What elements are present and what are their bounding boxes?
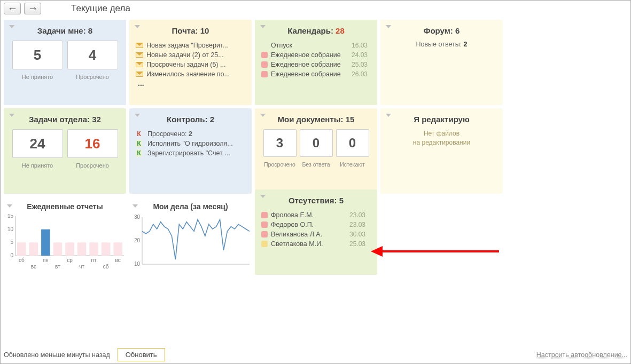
svg-text:5: 5 [10, 239, 13, 245]
tasks-me-overdue[interactable]: 4 [67, 41, 118, 69]
card-editing[interactable]: Я редактирую Нет файловна редактировании [380, 108, 503, 194]
tasks-dept-overdue[interactable]: 16 [67, 129, 118, 158]
control-item[interactable]: КИсполнить "О гидроизоля... [136, 139, 247, 148]
chevron-down-icon[interactable] [260, 195, 266, 198]
mail-item[interactable]: Новая задача "Проверит... [136, 41, 247, 50]
mail-icon [136, 43, 143, 48]
card-mail[interactable]: Почта: 10 Новая задача "Проверит... Новы… [129, 20, 252, 105]
svg-rect-14 [65, 242, 74, 256]
chevron-down-icon[interactable] [386, 25, 391, 28]
control-item[interactable]: КПросрочено: 2 [136, 129, 247, 139]
svg-text:пн: пн [43, 257, 49, 263]
card-header: Контроль: 2 [134, 115, 247, 124]
absence-item[interactable]: Великанова Л.А.30.03 [261, 230, 373, 239]
card-header: Почта: 10 [134, 26, 247, 35]
card-my-documents[interactable]: Мои документы: 15 3 0 0 Просрочено Без о… [255, 108, 377, 194]
caption: Просрочено [67, 162, 118, 169]
color-square-icon [261, 52, 268, 58]
caption: Без ответа [300, 161, 333, 168]
mail-more[interactable]: ... [136, 79, 247, 88]
svg-rect-18 [89, 242, 98, 256]
docs-expiring[interactable]: 0 [336, 129, 369, 157]
refresh-button[interactable]: Обновить [118, 348, 165, 361]
chevron-down-icon[interactable] [9, 25, 14, 28]
chevron-down-icon[interactable] [135, 25, 140, 28]
my-deals-chart: 102030 [129, 214, 252, 272]
caption: Не принято [12, 162, 63, 169]
svg-text:10: 10 [134, 261, 141, 267]
chevron-down-icon[interactable] [386, 114, 391, 117]
calendar-item[interactable]: Ежедневное собрание24.03 [261, 50, 373, 60]
svg-rect-20 [102, 242, 111, 256]
tasks-me-not-accepted[interactable]: 5 [12, 41, 63, 69]
card-absences[interactable]: Отсутствия: 5 Фролова Е.М.23.03 Федоров … [255, 189, 377, 275]
svg-rect-22 [113, 242, 122, 256]
mail-icon [136, 52, 143, 58]
svg-text:вс: вс [115, 257, 121, 263]
svg-text:вт: вт [55, 264, 60, 270]
forward-button[interactable]: 🡒 [24, 3, 41, 14]
chevron-down-icon[interactable] [133, 204, 138, 208]
control-item[interactable]: КЗарегистрировать "Счет ... [136, 148, 247, 158]
card-header: Задачи отдела: 32 [8, 115, 122, 124]
absence-item[interactable]: Федоров О.П.23.03 [261, 220, 373, 230]
svg-text:вс: вс [31, 264, 36, 270]
tasks-dept-not-accepted[interactable]: 24 [12, 129, 63, 158]
chevron-down-icon[interactable] [260, 25, 266, 28]
caption: Просрочено [263, 161, 297, 168]
page-title: Текущие дела [71, 3, 130, 14]
svg-rect-10 [41, 230, 50, 256]
k-icon: К [136, 130, 142, 138]
color-square-icon [261, 231, 268, 238]
card-forum[interactable]: Форум: 6 Новые ответы: 2 [380, 20, 503, 105]
chevron-down-icon[interactable] [7, 204, 12, 208]
calendar-item[interactable]: Отпуск16.03 [261, 41, 373, 50]
forum-new-answers[interactable]: Новые ответы: 2 [385, 41, 498, 48]
chevron-down-icon[interactable] [9, 114, 14, 117]
mail-item[interactable]: Просрочены задачи (5) ... [136, 60, 247, 69]
mail-icon [136, 72, 143, 77]
svg-text:сб: сб [19, 257, 25, 263]
card-header: Задачи мне: 8 [8, 26, 122, 35]
color-square-icon [261, 61, 268, 68]
caption: Просрочено [67, 74, 118, 80]
calendar-item[interactable]: Ежедневное собрание25.03 [261, 60, 373, 69]
absence-item[interactable]: Светлакова М.И.25.03 [261, 239, 373, 249]
card-header: Мои документы: 15 [259, 115, 373, 124]
card-tasks-me[interactable]: Задачи мне: 8 5 4 Не принято Просрочено [4, 20, 126, 105]
svg-text:0: 0 [10, 252, 13, 258]
caption: Не принято [12, 74, 63, 80]
settings-autorefresh-link[interactable]: Настроить автообновление... [536, 351, 627, 359]
editing-empty: Нет файловна редактировании [385, 129, 498, 147]
card-my-deals[interactable]: Мои дела (за месяц) 102030 [129, 200, 252, 275]
chevron-down-icon[interactable] [260, 114, 266, 117]
color-square-icon [261, 221, 268, 228]
svg-text:30: 30 [134, 214, 141, 220]
calendar-item[interactable]: Ежедневное собрание26.03 [261, 69, 373, 79]
daily-reports-chart: 051015сбвспнвтсрчтптсбвс [4, 214, 126, 272]
docs-noanswer[interactable]: 0 [300, 129, 333, 157]
svg-rect-16 [77, 242, 87, 256]
annotation-arrow [371, 248, 499, 255]
svg-text:ср: ср [67, 257, 73, 263]
back-button[interactable]: 🡐 [4, 3, 21, 14]
svg-text:чт: чт [79, 264, 84, 270]
absence-item[interactable]: Фролова Е.М.23.03 [261, 210, 373, 220]
mail-item[interactable]: Новые задачи (2) от 25... [136, 50, 247, 60]
docs-overdue[interactable]: 3 [263, 129, 297, 157]
card-daily-reports[interactable]: Ежедневные отчеты 051015сбвспнвтсрчтптсб… [4, 200, 126, 275]
refresh-status: Обновлено меньше минуты назад [4, 351, 110, 359]
card-header: Мои дела (за месяц) [129, 202, 252, 211]
mail-list: Новая задача "Проверит... Новые задачи (… [134, 41, 247, 88]
calendar-list: Отпуск16.03 Ежедневное собрание24.03 Еже… [259, 41, 373, 79]
svg-text:15: 15 [7, 214, 14, 219]
card-calendar[interactable]: Календарь: 28 Отпуск16.03 Ежедневное соб… [255, 20, 377, 105]
card-tasks-dept[interactable]: Задачи отдела: 32 24 16 Не принято Проср… [4, 108, 126, 194]
svg-text:10: 10 [7, 226, 14, 232]
card-header: Форум: 6 [385, 26, 498, 35]
chevron-down-icon[interactable] [135, 114, 140, 117]
card-control[interactable]: Контроль: 2 КПросрочено: 2 КИсполнить "О… [129, 108, 252, 194]
mail-item[interactable]: Изменилось значение по... [136, 69, 247, 79]
card-header: Я редактирую [385, 115, 498, 124]
k-icon: К [136, 149, 142, 157]
